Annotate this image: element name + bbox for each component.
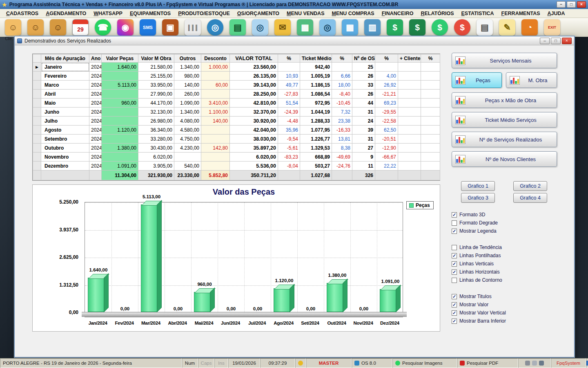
receitas-icon[interactable]: $: [432, 19, 448, 36]
menu-estatistica[interactable]: ESTATISTICA: [458, 10, 498, 17]
column-header-ticket-me-dio[interactable]: Ticket Médio: [300, 54, 332, 63]
financeiro-icon[interactable]: $: [387, 19, 403, 36]
column-header-ano[interactable]: Ano: [89, 54, 102, 63]
agenda-icon[interactable]: 29: [72, 19, 89, 36]
sidebar-button-n-de-novos-clientes[interactable]: Nº de Novos Clientes: [452, 151, 557, 167]
checkbox-box[interactable]: ✓: [452, 261, 457, 267]
button-grafico-1[interactable]: Grafico 1: [461, 181, 495, 191]
column-header-valor-pec-as[interactable]: Valor Peças: [102, 54, 138, 63]
menu-agendamento[interactable]: AGENDAMENTO: [42, 10, 90, 17]
servicos-icon[interactable]: ◎: [207, 19, 223, 36]
checkbox-mostrar-barra-inferior[interactable]: ✓Mostrar Barra Inferior: [452, 317, 557, 325]
codigo-barras-icon[interactable]: ║║║: [185, 19, 201, 36]
contas-icon[interactable]: $: [409, 19, 425, 36]
table-row-outubro[interactable]: Outubro20241.380,0030.430,004.230,00142,…: [33, 144, 440, 153]
checkbox-linha-de-tende-ncia[interactable]: Linha de Tendência: [452, 243, 557, 251]
checkbox-linhas-verticais[interactable]: ✓Linhas Verticais: [452, 260, 557, 268]
checkbox-box[interactable]: ✓: [452, 310, 457, 316]
checkbox-mostrar-legenda[interactable]: ✓Mostrar Legenda: [452, 227, 557, 235]
menu-equipamentos[interactable]: EQUIPAMENTOS: [126, 10, 174, 17]
whatsapp-icon[interactable]: ☎: [95, 19, 111, 36]
column-header-valor-m-obra[interactable]: Valor M Obra: [138, 54, 174, 63]
instagram-icon[interactable]: ◉: [117, 19, 134, 36]
checkbox-box[interactable]: ✓: [452, 302, 457, 307]
table-row-junho[interactable]: Junho202432.130,001.340,001.100,0032.370…: [33, 108, 440, 117]
fornecedores-icon[interactable]: ☺: [27, 19, 44, 36]
menu-whatsapp[interactable]: WHATSAPP: [90, 10, 126, 17]
produtos-icon[interactable]: ▣: [162, 19, 178, 36]
checkbox-formato-degrade[interactable]: Formato Degrade: [452, 219, 557, 227]
checkbox-mostrar-titulos[interactable]: ✓Mostrar Titulos: [452, 292, 557, 301]
sms-icon[interactable]: SMS: [140, 19, 156, 36]
despesas-icon[interactable]: $: [454, 19, 470, 36]
checkbox-box[interactable]: [452, 245, 457, 250]
checkbox-box[interactable]: ✓: [452, 269, 457, 275]
window-minimize-button[interactable]: –: [540, 38, 550, 44]
contratos-icon[interactable]: ✎: [499, 19, 515, 36]
table-row-setembro[interactable]: Setembro202433.280,004.750,0038.030,00-9…: [33, 135, 440, 144]
table-row-marco[interactable]: Marco20245.113,0033.950,00140,0060,0039.…: [33, 81, 440, 90]
button-grafico-2[interactable]: Grafico 2: [513, 181, 547, 191]
column-header-pct[interactable]: %: [421, 54, 440, 63]
menu-os-orc-amento[interactable]: OS/ORÇAMENTO: [234, 10, 283, 17]
column-header-pct[interactable]: %: [375, 54, 398, 63]
menu-relato-rios[interactable]: RELATÓRIOS: [417, 10, 457, 17]
estatistica-icon[interactable]: ▥: [364, 19, 381, 36]
checkbox-box[interactable]: ✓: [452, 294, 457, 299]
menu-ajuda[interactable]: AJUDA: [544, 10, 569, 17]
column-header-clientes[interactable]: + Clientes: [398, 54, 421, 63]
clientes-icon[interactable]: ☺: [5, 19, 21, 36]
sidebar-button-m-obra[interactable]: M. Obra: [506, 72, 557, 88]
column-header-pct[interactable]: %: [278, 54, 300, 63]
sidebar-button-pec-as-x-ma-o-de-obra[interactable]: Peças x Mão de Obra: [452, 92, 557, 108]
table-row-julho[interactable]: Julho202426.980,004.080,00140,0030.920,0…: [33, 117, 440, 126]
checkbox-box[interactable]: ✓: [452, 319, 457, 324]
search-images-button[interactable]: Pesquisar Imagens: [392, 358, 457, 368]
window-maximize-button[interactable]: □: [551, 38, 561, 44]
checkbox-box[interactable]: [452, 278, 457, 283]
checkbox-box[interactable]: ✓: [452, 229, 457, 234]
menu-menu-compras[interactable]: MENU COMPRAS: [328, 10, 378, 17]
checkbox-box[interactable]: [452, 220, 457, 226]
sidebar-button-pec-as[interactable]: Peças: [452, 72, 502, 88]
menu-produto-estoque[interactable]: PRODUTO/ESTOQUE: [174, 10, 234, 17]
sidebar-button-ticket-me-dio-servic-os[interactable]: Ticket Médio Serviços: [452, 112, 557, 128]
checkbox-linhas-horizontais[interactable]: ✓Linhas Horizontais: [452, 268, 557, 276]
table-row-abril[interactable]: Abril202427.990,00260,0028.250,00-27,831…: [33, 90, 440, 99]
table-row-maio[interactable]: Maio2024960,0044.170,001.090,003.410,004…: [33, 99, 440, 108]
relatorios-icon[interactable]: ◔: [521, 19, 538, 36]
menu-menu-vendas[interactable]: MENU VENDAS: [283, 10, 328, 17]
app-close-button[interactable]: ×: [577, 1, 586, 8]
menu-ferramentas[interactable]: FERRAMENTAS: [498, 10, 544, 17]
printer-icon[interactable]: [525, 361, 530, 366]
column-header-n-de-os[interactable]: Nº de OS: [352, 54, 375, 63]
checkbox-mostrar-valor[interactable]: ✓Mostrar Valor: [452, 301, 557, 309]
vendas-icon[interactable]: ▦: [297, 19, 313, 36]
sidebar-button-servic-os-mensais[interactable]: Serviços Mensais: [452, 53, 557, 68]
app-maximize-button[interactable]: □: [567, 1, 576, 8]
search-pdf-button[interactable]: Pesquisar PDF: [457, 358, 518, 368]
table-row-agosto[interactable]: Agosto20241.120,0036.340,004.580,0042.04…: [33, 126, 440, 135]
table-row-dezembro[interactable]: Dezembro20241.091,003.905,00540,005.536,…: [33, 162, 440, 171]
button-grafico-3[interactable]: Grafico 3: [461, 193, 495, 203]
app-minimize-button[interactable]: –: [557, 1, 566, 8]
scanner-icon[interactable]: [532, 361, 537, 366]
checkbox-linhas-pontilhadas[interactable]: ✓Linhas Pontilhadas: [452, 251, 557, 260]
checkbox-linhas-de-contorno[interactable]: Linhas de Contorno: [452, 276, 557, 284]
sair-icon[interactable]: EXIT: [544, 19, 560, 36]
button-grafico-4[interactable]: Grafico 4: [513, 193, 547, 203]
ordem-servico-icon[interactable]: ▤: [229, 19, 246, 36]
column-header-valor-total[interactable]: VALOR TOTAL: [230, 54, 278, 63]
table-row-novembro[interactable]: Novembro20246.020,006.020,00-83,23668,89…: [33, 153, 440, 162]
orcamento-icon[interactable]: ✉: [274, 19, 291, 36]
table-row-janeiro[interactable]: ▶Janeiro20241.640,0021.580,001.340,001.0…: [33, 63, 440, 72]
window-close-button[interactable]: ×: [562, 38, 572, 44]
column-header-desconto[interactable]: Desconto: [201, 54, 230, 63]
column-header-outros[interactable]: Outros: [174, 54, 201, 63]
consulta-os-icon[interactable]: ◎: [252, 19, 268, 36]
funcionarios-icon[interactable]: ☺: [50, 19, 66, 36]
menu-cadastros[interactable]: CADASTROS: [2, 10, 42, 17]
recibos-icon[interactable]: ▤: [477, 19, 493, 36]
checkbox-formato-3d[interactable]: ✓Formato 3D: [452, 211, 557, 219]
checkbox-box[interactable]: ✓: [452, 253, 457, 258]
